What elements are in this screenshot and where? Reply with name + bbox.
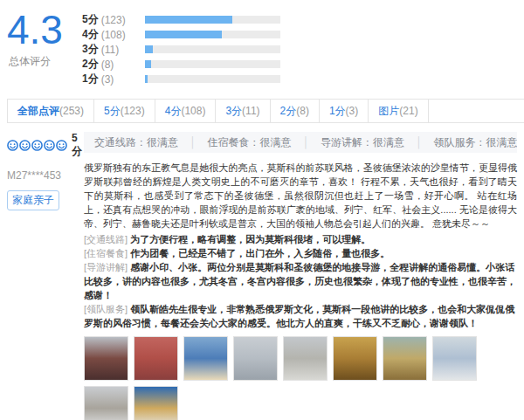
tab-5分[interactable]: 5分(123) [94,100,155,122]
reviewer-column: 5分 M27****453 家庭亲子 [7,132,84,420]
rating-bar-track [145,16,280,24]
rating-bars: 5分(123)4分(108)3分(11)2分(8)1分(3) [82,7,280,86]
smiley-rating-icons [7,140,68,151]
photo-golden-church-interior[interactable] [333,336,377,381]
overall-score-label: 总体评分 [7,54,82,69]
rating-bar-label: 3分 [82,42,99,57]
tab-count: (108) [181,105,205,117]
rating-bar-label: 5分 [82,12,99,27]
photo-christ-saviour-cathedral[interactable] [183,336,228,381]
tab-4分[interactable]: 4分(108) [155,100,217,122]
photo-st-basils-cathedral[interactable] [84,336,128,381]
rating-bar-row: 4分(108) [82,27,280,42]
review-section-交通线路: [交通线路] 为了方便行程，略有调整，因为莫斯科很堵，可以理解。 [84,232,517,246]
review-score-label: 5分 [72,132,84,159]
photo-snowy-embankment[interactable] [84,386,128,420]
smiley-face-icon [19,140,31,151]
tab-label: 3分 [225,105,242,117]
tab-label: 5分 [104,105,121,117]
review-section-导游讲解: [导游讲解] 感谢小印、小张。两位分别是莫斯科和圣彼德堡的地接导游，全程讲解的通… [84,260,517,302]
review-item: 5分 M27****453 家庭亲子 交通线路：很满意│住宿餐食：很满意│导游讲… [7,132,524,420]
sub-rating-领队服务: 领队服务：很满意 [434,136,518,148]
tab-label: 图片 [378,105,399,117]
tab-count: (123) [121,105,145,117]
section-label: [交通线路] [84,234,130,244]
section-label: [住宿餐食] [84,248,130,258]
rating-summary: 4.3 总体评分 5分(123)4分(108)3分(11)2分(8)1分(3) [7,7,524,86]
strip-separator: │ [303,136,310,148]
review-section-领队服务: [领队服务] 领队靳皓先生很专业，非常熟悉俄罗斯文化，莫斯科一段他讲的比较多，也… [84,302,517,330]
rating-bar-count: (108) [101,29,133,41]
sub-rating-交通线路: 交通线路：很满意 [94,136,178,148]
photo-historical-museum-statue[interactable] [134,336,178,381]
review-score-row: 5分 [7,132,84,159]
rating-bar-track [145,31,280,38]
strip-separator: │ [190,136,196,148]
tab-label: 1分 [329,105,346,117]
rating-bar-row: 3分(11) [82,42,280,57]
review-page: 4.3 总体评分 5分(123)4分(108)3分(11)2分(8)1分(3) … [0,0,524,420]
tab-count: (253) [59,105,84,117]
photo-frozen-river[interactable] [233,336,278,381]
strip-separator: │ [416,136,423,148]
section-text: 领队靳皓先生很专业，非常熟悉俄罗斯文化，莫斯科一段他讲的比较多，也会和大家侃侃俄… [84,304,514,328]
overall-score-block: 4.3 总体评分 [7,7,82,69]
tab-3分[interactable]: 3分(11) [216,100,270,122]
tab-图片[interactable]: 图片(21) [369,100,428,122]
review-sections: [交通线路] 为了方便行程，略有调整，因为莫斯科很堵，可以理解。[住宿餐食] 作… [84,232,517,330]
smiley-face-icon [44,140,55,151]
section-label: [领队服务] [84,304,130,314]
overall-score: 4.3 [7,9,82,51]
section-text: 感谢小印、小张。两位分别是莫斯科和圣彼德堡的地接导游，全程讲解的通俗易懂。小张话… [84,262,516,300]
rating-bar-row: 5分(123) [82,12,280,27]
tab-1分[interactable]: 1分(3) [320,100,369,122]
review-body: 交通线路：很满意│住宿餐食：很满意│导游讲解：很满意│领队服务：很满意 俄罗斯独… [84,132,524,420]
review-filter-tabs: 全部点评(253)5分(123)4分(108)3分(11)2分(8)1分(3)图… [7,99,524,123]
tab-全部点评[interactable]: 全部点评(253) [7,100,94,122]
review-photos [84,336,517,420]
tab-count: (3) [346,105,359,117]
rating-bar-count: (8) [101,59,133,71]
sub-ratings-strip: 交通线路：很满意│住宿餐食：很满意│导游讲解：很满意│领队服务：很满意 [84,132,517,153]
rating-bar-track [145,60,280,68]
tab-count: (8) [296,105,309,117]
tab-count: (21) [399,105,417,117]
section-text: 作为团餐，已经是不错了，出门在外，入乡随俗，量也很多。 [130,248,390,258]
rating-bar-count: (123) [101,14,133,26]
section-label: [导游讲解] [84,262,130,272]
rating-bar-count: (11) [101,44,133,56]
rating-bar-label: 4分 [82,27,99,42]
sub-rating-住宿餐食: 住宿餐食：很满意 [208,136,292,148]
rating-bar-fill [145,60,151,68]
rating-bar-track [145,75,280,83]
rating-bar-fill [145,45,153,53]
rating-bar-row: 1分(3) [82,72,280,86]
rating-bar-label: 1分 [82,72,99,86]
tab-label: 全部点评 [17,105,59,117]
sub-rating-导游讲解: 导游讲解：很满意 [321,136,404,148]
review-content: 俄罗斯独有的东正教气息是她很大的亮点，莫斯科的前苏联风格，圣彼德堡浓浓的沙皇情节… [84,161,517,231]
rating-bar-fill [145,75,148,83]
reviewer-username: M27****453 [7,169,84,182]
rating-bar-row: 2分(8) [82,57,280,72]
review-section-住宿餐食: [住宿餐食] 作为团餐，已经是不错了，出门在外，入乡随俗，量也很多。 [84,246,517,260]
rating-bar-fill [145,31,222,38]
section-text: 为了方便行程，略有调整，因为莫斯科很堵，可以理解。 [130,234,370,244]
tab-2分[interactable]: 2分(8) [271,100,320,122]
smiley-face-icon [31,140,43,151]
photo-winter-palace-blue-sky[interactable] [134,386,178,420]
rating-bar-count: (3) [101,73,133,86]
tab-label: 2分 [280,105,297,117]
rating-bar-track [145,45,280,53]
rating-bar-fill [145,16,233,24]
reviewer-badge: 家庭亲子 [7,190,59,210]
photo-catherine-palace-snow[interactable] [432,336,477,381]
photo-palace-hall-interior[interactable] [383,336,427,381]
smiley-face-icon [7,140,18,151]
rating-bar-label: 2分 [82,57,99,72]
photo-snowy-square[interactable] [283,336,328,381]
smiley-face-icon [56,140,67,151]
tab-label: 4分 [165,105,182,117]
tab-count: (11) [242,105,259,117]
